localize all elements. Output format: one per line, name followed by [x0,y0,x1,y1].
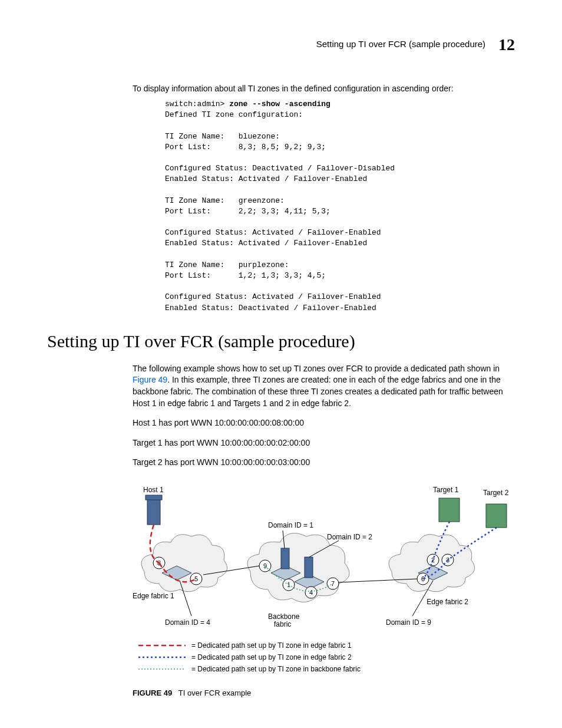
wwn-host1: Host 1 has port WWN 10:00:00:00:00:08:00… [133,417,515,429]
cli-prompt: switch:admin> [165,100,229,108]
svg-text:Edge fabric 2: Edge fabric 2 [427,598,468,606]
header-title: Setting up TI over FCR (sample procedure… [316,39,485,49]
wwn-target2: Target 2 has port WWN 10:00:00:00:00:03:… [133,457,515,469]
cli-result: Defined TI zone configuration: TI Zone N… [165,110,395,312]
svg-text:Edge fabric 1: Edge fabric 1 [133,592,174,600]
figure-xref[interactable]: Figure 49 [133,375,167,384]
svg-text:4: 4 [309,589,313,596]
svg-rect-3 [146,495,162,500]
svg-text:= Dedicated path set up by TI : = Dedicated path set up by TI zone in ba… [191,665,361,673]
svg-text:Target 2: Target 2 [483,489,509,497]
svg-text:= Dedicated path set up by TI : = Dedicated path set up by TI zone in ed… [191,653,352,661]
figure-caption: FIGURE 49 TI over FCR example [133,689,515,697]
figure-label: FIGURE 49 [133,689,172,697]
cli-output: switch:admin> zone --show -ascending Def… [165,99,515,314]
svg-text:Domain ID = 2: Domain ID = 2 [327,533,372,541]
svg-text:7: 7 [331,580,335,587]
svg-rect-1 [305,557,313,578]
cli-command: zone --show -ascending [229,100,330,108]
svg-text:Domain ID = 9: Domain ID = 9 [386,618,431,627]
svg-text:Domain ID = 4: Domain ID = 4 [165,618,210,627]
svg-text:fabric: fabric [274,620,291,628]
svg-text:Target 1: Target 1 [433,486,459,494]
intro-text: To display information about all TI zone… [133,84,515,93]
svg-rect-2 [147,498,160,525]
svg-text:Host 1: Host 1 [143,486,164,494]
svg-text:5: 5 [194,575,198,582]
section-heading: Setting up TI over FCR (sample procedure… [47,331,515,351]
page-header: Setting up TI over FCR (sample procedure… [47,35,515,54]
wwn-target1: Target 1 has port WWN 10:00:00:00:00:02:… [133,437,515,449]
figure-diagram: 8 5 9 1 4 7 6 2 3 Host 1 Target 1 Target… [133,477,515,684]
svg-text:Domain ID = 1: Domain ID = 1 [268,521,313,529]
svg-rect-4 [439,498,459,522]
paragraph-1: The following example shows how to set u… [133,363,515,409]
figure-text: TI over FCR example [178,689,252,697]
chapter-number: 12 [498,35,515,54]
svg-rect-0 [281,548,289,569]
svg-text:= Dedicated path set up by TI : = Dedicated path set up by TI zone in ed… [191,641,352,650]
svg-text:Backbone: Backbone [268,612,300,621]
svg-rect-5 [486,504,507,528]
